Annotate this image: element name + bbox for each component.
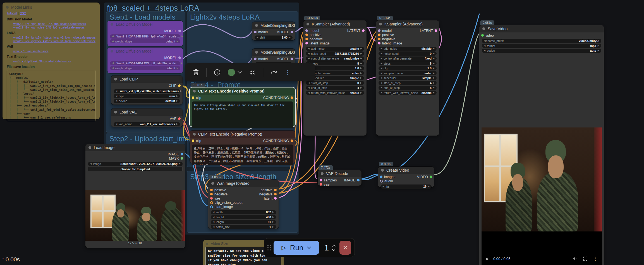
output-port-CONDITIONING[interactable] [291,96,293,99]
widget-increment[interactable]: ▶ [433,72,435,74]
node-header[interactable]: KSampler (Advanced) [303,20,367,28]
run-control-bar[interactable]: ▷ Run 1 × [264,238,355,257]
widget-batch_size[interactable]: ◀batch_size1▶ [211,225,276,229]
input-port-images[interactable] [380,176,382,178]
widget-increment[interactable]: ▶ [289,36,291,39]
widget-filename_prefix[interactable]: filename_prefixvideo/ComfyUI [482,39,601,43]
node-load-diffusion-model-low[interactable]: Load Diffusion Model MODEL◀Wan2_2-I2V-A1… [107,48,183,73]
input-port-negative[interactable] [305,38,308,40]
node-header[interactable]: CLIP Text Encode (Negative Prompt) [190,131,295,138]
collapse-dot[interactable] [255,51,258,54]
widget-increment[interactable]: ▶ [598,49,599,52]
widget-decrement[interactable]: ◀ [308,48,310,50]
widget-image[interactable]: ◀imageScreenshot - 2025-12-27T000626.263… [88,162,183,166]
widget-decrement[interactable]: ◀ [116,95,117,97]
widget-decrement[interactable]: ◀ [380,57,382,60]
input-port-positive[interactable] [305,34,308,36]
widget-add_noise[interactable]: ◀add_noisedisable▶ [379,47,437,51]
widget-increment[interactable]: ▶ [176,95,178,97]
count-steppers[interactable] [332,245,336,251]
widget-decrement[interactable]: ◀ [380,48,382,50]
widget-noise_seed[interactable]: ◀noise_seed286711864715266▶ [306,51,364,56]
widget-decrement[interactable]: ◀ [213,221,214,223]
more-options-icon[interactable]: ⋮ [284,69,291,76]
widget-increment[interactable]: ▶ [360,62,362,65]
node-vae-decode[interactable]: 7.472s VAE Decode samplesIMAGEvae [318,170,361,186]
widget-decrement[interactable]: ◀ [116,123,117,125]
model-link[interactable]: wan2.2_i2v_lightx2v_4steps_lora_v1_high_… [13,39,95,43]
widget-increment[interactable]: ▶ [433,87,435,89]
input-port-clip[interactable] [192,96,194,99]
collapse-dot[interactable] [379,23,382,25]
widget-noise_seed[interactable]: ◀noise_seed0▶ [379,51,437,56]
collapse-dot[interactable] [211,182,214,185]
node-header[interactable]: ModelSamplingSD3 [252,49,295,56]
input-port-model[interactable] [254,31,257,33]
node-header[interactable]: ModelSamplingSD3 [252,22,295,29]
widget-end_at_step[interactable]: ◀end_at_step4▶ [306,86,364,90]
widget-value[interactable]: ◀Wan2_2-I2V-A14B-HIGH_fp8_e4m3fn_scale …… [110,34,180,39]
node-save-video[interactable]: 0.057s Save Video videofilename_prefixvi… [479,25,604,265]
collapse-dot[interactable] [193,133,196,136]
image-preview[interactable] [85,190,185,241]
node-header[interactable]: Load VAE [111,108,183,116]
widget-decrement[interactable]: ◀ [380,82,382,84]
tutorial-link[interactable]: Tutorial [7,11,17,15]
widget-decrement[interactable]: ◀ [213,216,214,218]
group-title[interactable]: Lightx2v 4steps LoRA [187,12,298,23]
widget-increment[interactable]: ▶ [433,92,435,94]
color-chip-green[interactable] [228,69,235,76]
collapse-dot[interactable] [206,243,208,245]
node-load-clip[interactable]: Load CLIP CLIP◀cl…umt5_xxl_fp8_e4m3fn_sc… [111,75,183,105]
input-port-model[interactable] [254,58,257,60]
input-port-latent_image[interactable] [378,42,380,44]
widget-decrement[interactable]: ◀ [116,100,117,102]
tutorial-zh-link[interactable]: 教程 [20,11,26,15]
widget-increment[interactable]: ▶ [176,100,178,102]
input-port-positive[interactable] [378,34,380,36]
node-load-image[interactable]: Load Image IMAGEMASK◀imageScreenshot - 2… [85,144,185,248]
positive-prompt-textarea[interactable]: the men sitting down stand up and run ou… [192,101,293,128]
widget-decrement[interactable]: ◀ [308,82,310,84]
model-link[interactable]: umt5_xxl_fp8_e4m3fn_scaled.safetensors [13,60,71,63]
widget-control after generate[interactable]: ◀control after generaterandomize▶ [306,56,364,61]
input-port-clip[interactable] [192,139,194,142]
output-port-positive[interactable] [274,189,277,191]
widget-decrement[interactable]: ◀ [213,211,214,213]
node-clip-text-encode-positive[interactable]: 1.801s CLIP Text Encode (Positive Prompt… [190,87,295,127]
widget-control after generate[interactable]: ◀control after generatefixed▶ [379,56,437,61]
output-port-MODEL[interactable] [291,31,293,33]
widget-increment[interactable]: ▶ [360,53,362,55]
node-ksampler-advanced-2[interactable]: 61.213s KSampler (Advanced) modelLATENTp… [376,20,439,136]
node-create-video[interactable]: 0.031s Create Video imagesVIDEOaudio◀fps… [378,167,434,187]
output-port-MODEL[interactable] [178,30,181,32]
input-port-samples[interactable] [320,179,322,181]
video-menu-icon[interactable]: ⋮ [593,256,598,261]
input-port-video[interactable] [481,34,484,37]
run-count[interactable]: 1 [323,243,330,252]
widget-increment[interactable]: ▶ [433,48,435,50]
output-port-VIDEO[interactable] [430,176,432,178]
widget-increment[interactable]: ▶ [272,226,274,228]
widget-format[interactable]: ◀formatmp4▶ [482,44,601,48]
video-controls[interactable]: ▶ 0:00 / 0:05 ⋮ [482,252,602,265]
node-model-sampling-sd3-1[interactable]: ModelSamplingSD3 modelMODEL◀shift8.00▶ [252,22,295,40]
play-icon[interactable]: ▶ [486,257,489,261]
collapse-dot[interactable] [255,24,258,27]
widget-cfg[interactable]: ◀cfg1.0▶ [379,66,437,70]
node-header[interactable]: Load Image [85,144,185,151]
widget-increment[interactable]: ▶ [433,67,435,69]
widget-decrement[interactable]: ◀ [112,35,114,37]
widget-decrement[interactable]: ◀ [380,77,382,79]
input-port-vae[interactable] [320,183,322,186]
output-port-LATENT[interactable] [435,29,437,32]
input-port-audio[interactable] [380,180,383,183]
widget-length[interactable]: ◀length81▶ [211,220,276,224]
model-link[interactable]: wan2.2_i2v_lightx2v_4steps_lora_v1_low_n… [13,36,95,39]
input-port-vae[interactable] [210,197,213,200]
widget-height[interactable]: ◀height480▶ [211,215,276,219]
widget-codec[interactable]: ◀codecauto▶ [482,49,601,53]
collapse-dot[interactable] [114,78,117,81]
collapse-dot[interactable] [321,172,324,175]
widget-decrement[interactable]: ◀ [380,92,382,94]
